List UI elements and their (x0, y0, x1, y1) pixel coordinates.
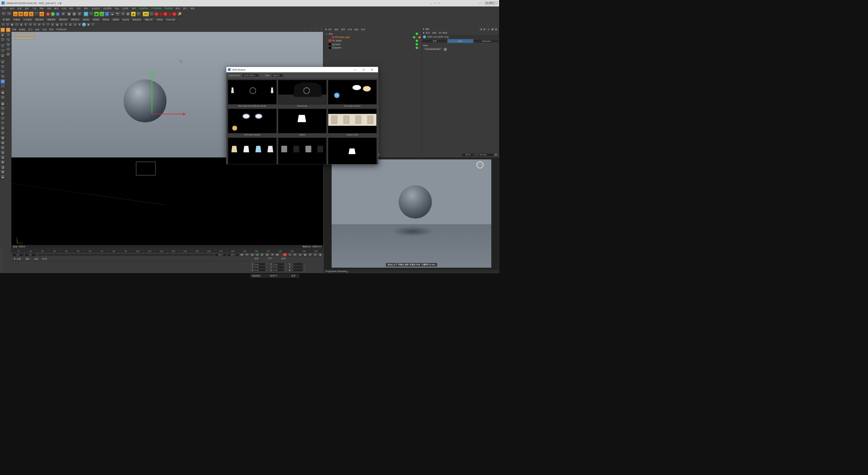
frame-start[interactable]: 0 F (12, 253, 24, 256)
tag-btn[interactable]: 圆环体域 (57, 18, 69, 21)
axis-mode[interactable]: ⊕ (0, 60, 5, 64)
timeline-tick[interactable]: 220 (274, 249, 286, 253)
menu-item[interactable]: 创建 (16, 6, 23, 11)
attr-nav-prev[interactable]: ◀ (479, 28, 482, 31)
tb3-btn[interactable]: ● (64, 22, 68, 27)
tag-btn[interactable]: 延迟域 (81, 18, 91, 21)
attr-menu[interactable]: 编辑 (432, 32, 437, 35)
play-bwd[interactable]: ◀ (255, 253, 259, 256)
key-opts2[interactable]: ◈ (298, 253, 302, 256)
hdri-card[interactable]: Ring Studio (278, 80, 327, 107)
record-2[interactable] (159, 12, 163, 16)
loop-btn2[interactable]: ⟲ (270, 253, 275, 256)
workplane-mode[interactable]: ▱ (0, 37, 5, 42)
timeline-tick[interactable]: 90 (120, 249, 132, 253)
autokey-button[interactable]: 🔑 (177, 12, 182, 17)
launch-browser-button[interactable]: Launch Browser (423, 48, 442, 51)
z-axis-toggle[interactable]: Z (55, 12, 60, 17)
timeline-tick[interactable]: 230 (286, 249, 298, 253)
render-canvas[interactable]: 🦌 微信公众号: 野鹿志 微博: 野鹿志 作者: 马鹿野郎 (0.33s) (332, 159, 491, 268)
sc-btn[interactable]: ⟲ (6, 42, 11, 47)
tb3-btn[interactable]: ⬣ (86, 22, 91, 27)
y-axis-handle[interactable] (152, 71, 152, 114)
mat-tab[interactable]: ▶ 创建 (12, 257, 23, 261)
pal-btn[interactable]: ⊞ (0, 126, 5, 131)
render-fit-select[interactable]: Fit Window (474, 153, 494, 156)
visibility-tag[interactable] (416, 43, 418, 45)
rv-btn[interactable]: ▾ (494, 153, 498, 157)
record-5[interactable] (172, 12, 176, 16)
spline-tool[interactable]: 〰 (89, 12, 94, 17)
timeline-tick[interactable]: 80 (108, 249, 120, 253)
menu-item[interactable]: 窗口 (182, 6, 189, 11)
timeline-tick[interactable]: 160 (203, 249, 215, 253)
scale-tool[interactable]: ⤢ (23, 12, 28, 17)
light-tool[interactable]: ☀ (120, 12, 125, 17)
size-select[interactable]: Medium (272, 74, 283, 77)
render-tag[interactable] (416, 36, 418, 38)
primitive-cube[interactable]: ◼ (83, 12, 88, 17)
pal-btn[interactable]: ▧ (0, 155, 5, 160)
tag-btn[interactable]: 圆柱体域 (34, 18, 45, 21)
object-label[interactable]: xpSystem (332, 46, 415, 49)
symmetry[interactable]: S (0, 79, 5, 84)
visibility-tag[interactable] (413, 36, 415, 38)
lasso-tool[interactable]: ✛ (39, 12, 44, 17)
tag-btn[interactable]: 组合域 (121, 18, 131, 21)
hdri-thumbnail[interactable] (328, 80, 376, 104)
menu-plugin[interactable]: Redshift (163, 7, 174, 10)
menu-item[interactable]: 捕捉 (53, 6, 60, 11)
render-view-button[interactable]: ▣ (66, 12, 72, 17)
field-tool[interactable]: ◉ (125, 12, 131, 17)
vp-menu-item[interactable]: 选项 (35, 28, 40, 31)
texture-mode[interactable]: ◐ (0, 33, 5, 37)
tag-btn[interactable]: 胶囊体域 (69, 18, 81, 21)
timeline-tick[interactable]: 240 (298, 249, 310, 253)
tag-btn[interactable]: 线性域 (101, 18, 111, 21)
pal-btn[interactable]: ◇ (0, 116, 5, 121)
lock-mode[interactable]: ⬚ (0, 84, 5, 89)
pal-btn[interactable]: ◪ (0, 165, 5, 170)
generator-2[interactable]: ◇ (99, 12, 104, 17)
hdri-thumbnail[interactable] (328, 137, 376, 164)
tweak-mode[interactable]: ⟲ (0, 74, 5, 79)
dialog-close[interactable]: ✕ (368, 67, 376, 72)
minimize-button[interactable]: — (430, 2, 433, 5)
hdri-card[interactable] (328, 137, 376, 164)
menu-item[interactable]: 模拟 (68, 6, 75, 11)
vp-menu-item[interactable]: 面板 (49, 28, 54, 31)
hdri-card[interactable] (278, 137, 327, 164)
hdri-thumbnail[interactable] (228, 80, 276, 104)
hdri-browser-dialog[interactable]: HDRI Browser — ☐ ✕ Choose Pack - Studio … (226, 67, 378, 165)
visibility-tag[interactable] (416, 33, 418, 35)
tag-btn[interactable]: ▶ 建模 (1, 18, 11, 21)
menu-item[interactable]: 网格 (38, 6, 45, 11)
attr-tab-basic[interactable]: 基本 (422, 39, 448, 43)
timeline-tick[interactable]: 170 (215, 249, 226, 253)
material-row[interactable] (11, 261, 250, 269)
tb3-btn[interactable]: ◉ (19, 22, 23, 27)
dialog-titlebar[interactable]: HDRI Browser — ☐ ✕ (226, 67, 378, 72)
om-menu[interactable]: 标签 (354, 28, 359, 31)
menu-item[interactable]: 文件 (1, 6, 8, 11)
tag-btn[interactable]: 着色器域 (131, 18, 143, 21)
sc-btn[interactable]: ✥ (6, 28, 11, 33)
volume-tool[interactable]: ☷ (136, 12, 141, 17)
object-label[interactable]: RS Dome Light (335, 36, 412, 38)
tag-btn[interactable]: 立方体域 (22, 18, 34, 21)
timeline-tick[interactable]: 100 (132, 249, 143, 253)
tb3-btn[interactable]: ✦ (41, 22, 46, 27)
menu-item[interactable]: 体积 (46, 6, 53, 11)
tb3-btn[interactable]: ▲ (73, 22, 77, 27)
coord-field[interactable]: 0 ° (291, 263, 303, 266)
mat-tab[interactable]: 纹理 (41, 257, 49, 261)
expand-toggle[interactable]: ⊟ (326, 33, 328, 35)
vp-nav-icon[interactable] (309, 28, 312, 31)
render-tag[interactable] (418, 40, 421, 42)
sc-btn[interactable]: ↗ (6, 33, 11, 37)
tb3-btn[interactable]: ⊟ (33, 22, 37, 27)
prev-frame[interactable]: ◀ (250, 253, 254, 256)
timeline-tick[interactable]: 50 (72, 249, 84, 253)
timeline-tick[interactable]: 20 (36, 249, 48, 253)
menu-item[interactable]: 运动图形 (102, 6, 113, 11)
